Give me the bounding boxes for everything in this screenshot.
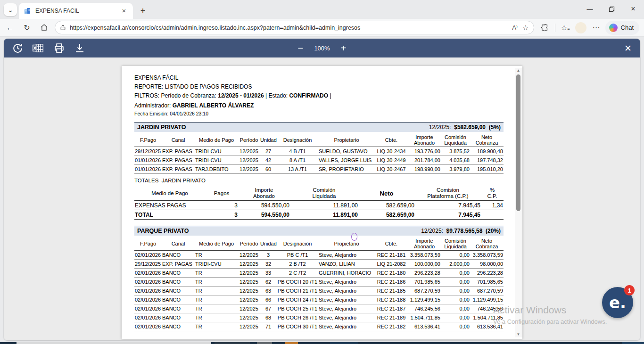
cell: Steve, Alejandro [318,304,375,313]
web-content-area: − 100% + ✕ EXPENSA FÁCIL REPORTE: LISTAD… [4,39,640,340]
cell: TR [195,269,238,278]
chat-widget-button[interactable]: e. 1 [602,287,633,318]
home-icon [40,24,48,32]
tab-search-button[interactable]: ⌄ [4,3,17,16]
notification-badge: 1 [624,285,635,295]
cell: 11.891,00 [290,201,358,210]
cell: 4 B /T1 [277,147,318,156]
cell: BANCO [162,322,195,331]
history-button[interactable] [10,41,25,55]
column-header: Propietario [318,133,375,147]
totals-title: TOTALES JARDIN PRIVATO [134,178,504,183]
table-row: 02/01/2026BANCOTR12/202571PB COCH 30 /T1… [134,322,504,331]
browser-tab[interactable]: EXPENSA FACIL × [19,3,133,19]
cell: TR [195,278,238,287]
column-header: %C.P. [481,186,504,201]
chat-label: Chat [621,24,634,31]
column-header: Neto [358,186,415,201]
cell: REC 21-182 [375,322,408,331]
download-button[interactable] [73,41,87,55]
scrollbar-thumb[interactable] [516,74,520,211]
cell: 12/2025 [238,260,260,269]
column-header: Período [238,133,260,147]
window-restore-button[interactable] [601,0,622,18]
cell: 66 [260,295,277,304]
scroll-down-icon[interactable]: ▼ [515,332,522,337]
puzzle-icon [541,24,549,32]
browser-titlebar: ⌄ EXPENSA FACIL × + — × [0,0,644,19]
collections-icon: ☆≡ [561,24,570,32]
cell: BANCO [162,251,195,260]
site-favicon-icon [24,7,31,15]
favorites-bar-button[interactable]: ☆≡ [558,21,572,35]
column-header: Designación [277,133,318,147]
column-header: ImporteAbonado [408,237,441,251]
new-tab-button[interactable]: + [137,5,149,17]
cell: TR [195,295,238,304]
cell: Steve, Alejandro [318,251,375,260]
cell: 0,00 [441,304,470,313]
column-header: Medio de Pago [195,237,238,251]
cell: Steve, Alejandro [318,322,375,331]
cell: 296.223,28 [470,269,504,278]
cell: PB C /T1 [277,251,318,260]
cell: 13 A /T1 [277,165,318,174]
window-close-button[interactable]: × [622,0,644,18]
cell: 02/01/2026 [134,287,162,295]
address-bar[interactable]: https://expensafacil.ar/consorcio/cs/adm… [55,21,534,34]
cell: 33 [260,269,277,278]
cell: TR [195,304,238,313]
cell: TARJ.DEBITO [195,165,238,174]
more-icon: ⋯ [593,23,600,32]
cell: 0,00 [441,269,470,278]
home-button[interactable] [37,21,51,35]
zoom-in-button[interactable]: + [337,43,351,54]
cell: 701.985,65 [470,278,504,287]
cell: LIQ 30-2467 [375,165,408,174]
cell: 1.504.711,85 [408,313,441,322]
cell: EXP. PAGAS [162,156,195,165]
profile-avatar[interactable] [575,22,586,33]
cell: 63 [260,287,277,295]
cell: 12/2025 [238,287,260,295]
column-header: Cbte. [375,237,408,251]
export-excel-button[interactable] [31,41,45,55]
back-button[interactable]: ← [3,21,17,35]
print-button[interactable] [52,41,66,55]
zoom-level: 100% [314,45,330,52]
column-header: Propietario [318,237,375,251]
cell: 582.659,00 [358,201,415,210]
page-scrollbar[interactable]: ▲ ▼ [515,68,522,337]
settings-more-button[interactable]: ⋯ [589,21,603,35]
report-title: REPORTE: LISTADO DE PAGOS RECIBIDOS [134,82,504,91]
zoom-out-button[interactable]: − [293,43,307,54]
scroll-up-icon[interactable]: ▲ [515,68,522,74]
cell: EXP. PAGAS [162,260,195,269]
table-row: 01/01/2026EXP. PAGASTARJ.DEBITO12/202560… [134,165,504,174]
favorite-star-button[interactable]: ☆ [522,24,528,32]
cursor-ellipse-mark [351,233,357,241]
column-header: ComisiónLiquidada [290,186,358,201]
table-row: EXPENSAS PAGAS3594.550,0011.891,00582.65… [134,201,504,210]
cell: 195.010,20 [470,165,504,174]
window-minimize-button[interactable]: — [579,0,601,18]
extensions-button[interactable] [538,21,552,35]
cell: TRIDI-CVU [195,147,238,156]
read-aloud-button[interactable]: A⁾ [512,24,518,31]
copilot-chat-button[interactable]: Chat [605,21,639,35]
cell: TRIDI-CVU [195,260,238,269]
tab-close-icon[interactable]: × [120,7,128,15]
cell: 582.659,00 [358,210,415,220]
report-filters: FILTROS: Período de Cobranza: 12/2025 - … [134,91,504,100]
cell: 2.000,00 [441,260,470,269]
report-admin: Administrador: GABRIEL ALBERTO ÁLVAREZ [134,101,504,110]
cell: 687.270,59 [470,287,504,295]
column-header: NetoCobranza [470,237,504,251]
viewer-close-button[interactable]: ✕ [624,39,632,57]
cell: 01/01/2026 [134,156,162,165]
refresh-button[interactable]: ↻ [20,21,34,35]
column-header: Período [238,237,260,251]
cell: TOTAL [134,210,205,220]
cell: 12/2025 [238,147,260,156]
cell: 1,34 [481,201,504,210]
